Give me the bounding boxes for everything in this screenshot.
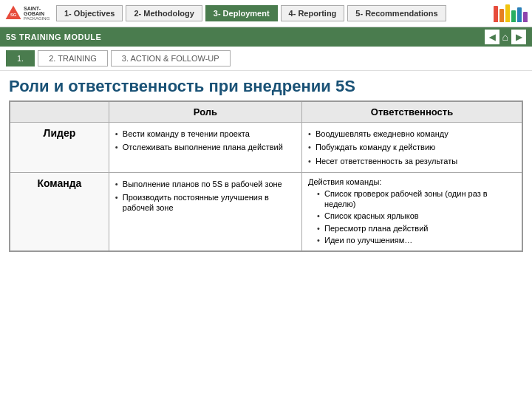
team-resp-cell: Действия команды: Список проверок рабоче… xyxy=(301,172,522,251)
subnav: 1. 2. TRAINING 3. ACTION & FOLLOW-UP xyxy=(0,47,532,71)
home-button[interactable]: ⌂ xyxy=(502,30,508,44)
list-item: Воодушевлять ежедневно команду xyxy=(308,127,516,140)
team-resp-label: Действия команды: xyxy=(308,177,516,186)
toolbar: 5S TRAINING MODULE ◀ ⌂ ▶ xyxy=(0,27,532,47)
subnav-tab-1[interactable]: 1. xyxy=(6,50,35,66)
list-item: Побуждать команду к действию xyxy=(308,140,516,154)
tab-objectives[interactable]: 1- Objectives xyxy=(56,5,123,21)
row-label-team: Команда xyxy=(10,172,109,251)
toolbar-title: 5S TRAINING MODULE xyxy=(6,33,101,41)
tab-recommendations[interactable]: 5- Recommendations xyxy=(347,5,446,21)
list-item: Пересмотр плана действий xyxy=(317,222,516,234)
subnav-tab-2[interactable]: 2. TRAINING xyxy=(38,50,108,66)
roles-table: Роль Ответственность Лидер Вести команду… xyxy=(9,100,523,252)
list-item: Выполнение планов по 5S в рабочей зоне xyxy=(115,177,296,191)
page-title: Роли и ответственность при внедрении 5S xyxy=(0,71,532,100)
row-label-leader: Лидер xyxy=(10,123,109,173)
team-role-list: Выполнение планов по 5S в рабочей зоне П… xyxy=(115,177,296,215)
col-header-resp: Ответственность xyxy=(301,101,522,123)
main-content: Роль Ответственность Лидер Вести команду… xyxy=(0,100,532,259)
logo-icon: SG xyxy=(4,3,22,24)
list-item: Список красных ярлыков xyxy=(317,210,516,222)
leader-resp-list: Воодушевлять ежедневно команду Побуждать… xyxy=(308,127,516,168)
list-item: Список проверок рабочей зоны (один раз в… xyxy=(317,188,516,211)
list-item: Вести команду в течении проекта xyxy=(115,127,296,140)
leader-resp-cell: Воодушевлять ежедневно команду Побуждать… xyxy=(301,123,522,173)
header: SG SAINT-GOBAIN PACKAGING 1- Objectives … xyxy=(0,0,532,27)
team-role-cell: Выполнение планов по 5S в рабочей зоне П… xyxy=(109,172,301,251)
col-header-role: Роль xyxy=(109,101,301,123)
list-item: Производить постоянные улучшения в рабоч… xyxy=(115,191,296,215)
list-item: Отслеживать выполнение плана действий xyxy=(115,140,296,154)
toolbar-navigation: ◀ ⌂ ▶ xyxy=(485,30,526,44)
subnav-tab-3[interactable]: 3. ACTION & FOLLOW-UP xyxy=(111,50,231,66)
nav-tabs: 1- Objectives 2- Methodology 3- Deployme… xyxy=(56,5,488,21)
prev-button[interactable]: ◀ xyxy=(485,30,499,44)
leader-role-cell: Вести команду в течении проекта Отслежив… xyxy=(109,123,301,173)
tab-methodology[interactable]: 2- Methodology xyxy=(126,5,202,21)
pencils-decoration xyxy=(494,4,528,22)
list-item: Идеи по улучшениям… xyxy=(317,234,516,246)
leader-role-list: Вести команду в течении проекта Отслежив… xyxy=(115,127,296,154)
svg-text:SG: SG xyxy=(10,13,17,17)
col-header-name xyxy=(10,101,109,123)
tab-reporting[interactable]: 4- Reporting xyxy=(281,5,345,21)
team-resp-list: Список проверок рабочей зоны (один раз в… xyxy=(308,188,516,246)
table-row: Лидер Вести команду в течении проекта От… xyxy=(10,123,522,173)
logo-text: SAINT-GOBAIN PACKAGING xyxy=(24,6,56,21)
header-right xyxy=(494,4,528,22)
logo: SG SAINT-GOBAIN PACKAGING xyxy=(4,3,56,24)
list-item: Несет ответственность за результаты xyxy=(308,154,516,168)
table-row: Команда Выполнение планов по 5S в рабоче… xyxy=(10,172,522,251)
next-button[interactable]: ▶ xyxy=(511,30,526,44)
tab-deployment[interactable]: 3- Deployment xyxy=(205,5,278,21)
